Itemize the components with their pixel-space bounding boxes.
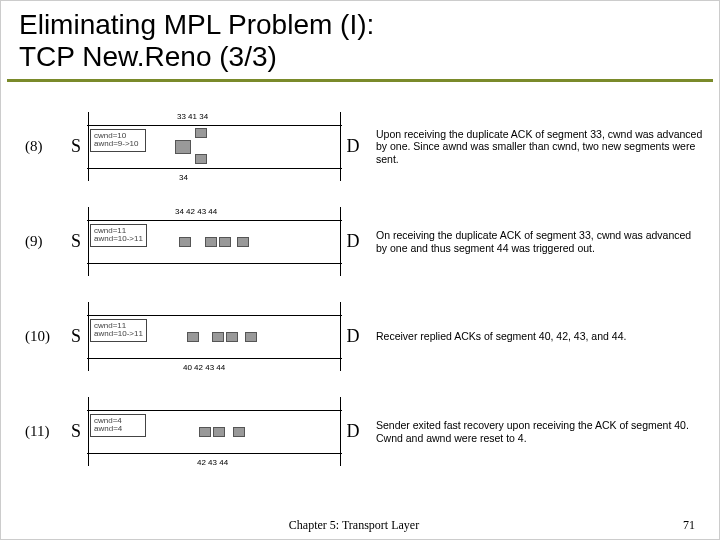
step-caption: Upon receiving the duplicate ACK of segm… — [364, 128, 705, 166]
segment-icon — [237, 237, 249, 247]
tick-top: 33 41 34 — [177, 112, 208, 121]
sender-s: S — [71, 136, 81, 156]
step-caption: Sender exited fast recovery upon receivi… — [364, 419, 705, 444]
content-area: (8) S cwnd=10 awnd=9->10 33 41 34 34 D — [25, 99, 705, 507]
title-line-1: Eliminating MPL Problem (I): — [19, 9, 374, 40]
receiver-label: D — [342, 421, 364, 442]
page-number: 71 — [683, 518, 695, 533]
pipe: cwnd=11 awnd=10->11 34 42 43 44 — [87, 220, 342, 264]
sender-label: S — [65, 421, 87, 442]
receiver-label: D — [342, 231, 364, 252]
step-number: (9) — [25, 233, 65, 250]
receiver-bar — [340, 397, 341, 466]
step-row: (10) S cwnd=11 awnd=10->11 40 42 43 44 D — [25, 289, 705, 384]
step-caption: Receiver replied ACKs of segment 40, 42,… — [364, 330, 705, 343]
footer-spacer — [1, 518, 25, 533]
slide: Eliminating MPL Problem (I): TCP New.Ren… — [0, 0, 720, 540]
segment-icon — [245, 332, 257, 342]
segment-icon — [226, 332, 238, 342]
sender-label: S — [65, 136, 87, 157]
segment-icon — [187, 332, 199, 342]
sender-label: S — [65, 231, 87, 252]
segment-icon — [213, 427, 225, 437]
segment-icon — [219, 237, 231, 247]
pipe: cwnd=10 awnd=9->10 33 41 34 34 — [87, 125, 342, 169]
sender-label: S — [65, 326, 87, 347]
cwnd-box: cwnd=4 awnd=4 — [90, 414, 146, 438]
step-number: (10) — [25, 328, 65, 345]
title-rule — [7, 79, 713, 82]
cwnd-box: cwnd=11 awnd=10->11 — [90, 224, 147, 248]
segment-icon — [212, 332, 224, 342]
segment-icon — [205, 237, 217, 247]
step-caption: On receiving the duplicate ACK of segmen… — [364, 229, 705, 254]
receiver-bar — [340, 207, 341, 276]
title-block: Eliminating MPL Problem (I): TCP New.Ren… — [1, 1, 719, 79]
footer: Chapter 5: Transport Layer 71 — [1, 518, 719, 533]
receiver-d: D — [347, 136, 360, 156]
receiver-d: D — [347, 421, 360, 441]
segment-icon — [179, 237, 191, 247]
title-line-2: TCP New.Reno (3/3) — [19, 41, 277, 72]
tick-bot: 40 42 43 44 — [183, 363, 225, 372]
segment-icon — [195, 128, 207, 138]
step-number: (8) — [25, 138, 65, 155]
pipe: cwnd=11 awnd=10->11 40 42 43 44 — [87, 315, 342, 359]
pipe: cwnd=4 awnd=4 42 43 44 — [87, 410, 342, 454]
awnd-line: awnd=10->11 — [94, 330, 143, 339]
sender-s: S — [71, 326, 81, 346]
segment-icon — [175, 140, 191, 154]
segment-icon — [199, 427, 211, 437]
receiver-bar — [340, 112, 341, 181]
awnd-line: awnd=9->10 — [94, 140, 142, 149]
receiver-bar — [340, 302, 341, 371]
tick-bot: 34 — [179, 173, 188, 182]
step-row: (9) S cwnd=11 awnd=10->11 34 42 43 44 D — [25, 194, 705, 289]
receiver-label: D — [342, 326, 364, 347]
step-number: (11) — [25, 423, 65, 440]
segment-icon — [233, 427, 245, 437]
sender-s: S — [71, 231, 81, 251]
sender-s: S — [71, 421, 81, 441]
step-row: (8) S cwnd=10 awnd=9->10 33 41 34 34 D — [25, 99, 705, 194]
cwnd-box: cwnd=10 awnd=9->10 — [90, 129, 146, 153]
receiver-d: D — [347, 231, 360, 251]
awnd-line: awnd=10->11 — [94, 235, 143, 244]
footer-chapter: Chapter 5: Transport Layer — [25, 518, 683, 533]
step-row: (11) S cwnd=4 awnd=4 42 43 44 D Sender e… — [25, 384, 705, 479]
segment-icon — [195, 154, 207, 164]
cwnd-box: cwnd=11 awnd=10->11 — [90, 319, 147, 343]
receiver-label: D — [342, 136, 364, 157]
tick-bot: 42 43 44 — [197, 458, 228, 467]
awnd-line: awnd=4 — [94, 425, 142, 434]
slide-title: Eliminating MPL Problem (I): TCP New.Ren… — [19, 9, 701, 73]
receiver-d: D — [347, 326, 360, 346]
tick-top: 34 42 43 44 — [175, 207, 217, 216]
